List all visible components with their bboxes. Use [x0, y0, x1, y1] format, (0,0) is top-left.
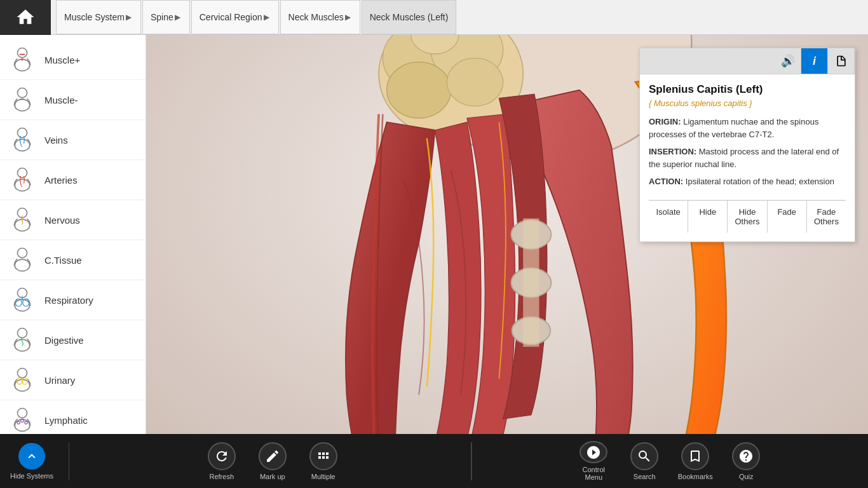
- sidebar-label-respiratory: Respiratory: [44, 295, 93, 306]
- sidebar-item-urinary[interactable]: Urinary: [0, 360, 146, 400]
- refresh-button[interactable]: Refresh: [199, 437, 245, 485]
- sidebar-label-urinary: Urinary: [44, 375, 75, 386]
- refresh-icon: [208, 442, 236, 470]
- search-button[interactable]: Search: [621, 437, 667, 485]
- sidebar-label-veins: Veins: [44, 135, 68, 146]
- sound-button[interactable]: 🔊: [775, 48, 801, 74]
- sidebar-label-muscle-plus: Muscle+: [44, 55, 80, 65]
- nervous-icon: [9, 207, 36, 233]
- control-menu-button[interactable]: Control Menu: [571, 437, 616, 485]
- svg-point-7: [17, 128, 27, 138]
- bottom-toolbar: Hide Systems Refresh Mark up: [0, 434, 868, 488]
- svg-rect-2: [20, 54, 25, 55]
- multiple-icon: [309, 442, 337, 470]
- hide-systems-icon: [18, 443, 45, 470]
- sidebar-label-muscle-minus: Muscle-: [44, 95, 78, 105]
- hide-systems-button[interactable]: Hide Systems: [0, 434, 64, 488]
- muscle-minus-icon: −: [9, 86, 36, 113]
- sidebar-label-nervous: Nervous: [44, 215, 80, 226]
- sidebar-label-digestive: Digestive: [44, 335, 84, 346]
- sidebar-item-lymphatic[interactable]: Lymphatic: [0, 400, 146, 434]
- action-row: ACTION: Ipsilateral rotation of the head…: [649, 175, 846, 188]
- info-panel: 🔊 i Splenius Capitis (Left) { Musculus s…: [639, 48, 855, 242]
- home-button[interactable]: [0, 0, 51, 35]
- ctissue-icon: [9, 247, 36, 273]
- primary-toolbar-group: Refresh Mark up Multiple: [74, 437, 471, 485]
- breadcrumb-arrow: ▶: [126, 13, 132, 22]
- home-icon: [15, 7, 36, 27]
- svg-point-27: [15, 419, 30, 431]
- breadcrumb: Muscle System ▶ Spine ▶ Cervical Region …: [51, 0, 458, 34]
- insertion-label: INSERTION:: [649, 147, 696, 156]
- breadcrumb-cervical-region[interactable]: Cervical Region ▶: [191, 0, 279, 34]
- muscle-info-section: ORIGIN: Ligamentum nuchae and the spinou…: [649, 116, 846, 200]
- fade-others-button[interactable]: Fade Others: [807, 201, 846, 233]
- quiz-label: Quiz: [739, 473, 754, 480]
- svg-point-14: [15, 259, 30, 271]
- quiz-button[interactable]: Quiz: [723, 437, 769, 485]
- breadcrumb-arrow: ▶: [264, 13, 269, 22]
- svg-point-16: [15, 299, 30, 311]
- isolate-button[interactable]: Isolate: [649, 201, 688, 233]
- svg-point-13: [17, 248, 27, 258]
- search-label: Search: [634, 473, 656, 480]
- markup-icon: [259, 442, 287, 470]
- control-menu-icon: [580, 441, 607, 463]
- breadcrumb-muscle-system[interactable]: Muscle System ▶: [56, 0, 141, 34]
- sidebar-item-veins[interactable]: Veins: [0, 120, 146, 160]
- svg-point-36: [387, 62, 451, 118]
- svg-point-22: [17, 369, 27, 378]
- info-actions: Isolate Hide Hide Others Fade Fade Other…: [649, 200, 846, 233]
- sidebar-label-lymphatic: Lymphatic: [44, 415, 88, 426]
- action-text: Ipsilateral rotation of the head; extens…: [686, 177, 834, 186]
- sidebar-label-ctissue: C.Tissue: [44, 255, 82, 266]
- lymphatic-icon: [9, 407, 36, 433]
- main-area: + Muscle+ − Muscle- Veins: [0, 35, 868, 434]
- toolbar-divider-1: [69, 442, 69, 480]
- breadcrumb-neck-muscles[interactable]: Neck Muscles ▶: [280, 0, 360, 34]
- markup-label: Mark up: [260, 473, 285, 480]
- search-icon: [630, 442, 658, 470]
- sidebar-item-muscle-minus[interactable]: − Muscle-: [0, 80, 146, 120]
- breadcrumb-neck-muscles-left[interactable]: Neck Muscles (Left): [362, 0, 457, 34]
- svg-text:−: −: [20, 95, 25, 103]
- info-panel-body: Splenius Capitis (Left) { Musculus splen…: [640, 74, 855, 241]
- muscle-latin: { Musculus splenius capitis }: [649, 98, 846, 108]
- svg-text:+: +: [21, 57, 24, 63]
- notes-button[interactable]: [828, 48, 855, 74]
- breadcrumb-spine[interactable]: Spine ▶: [142, 0, 190, 34]
- svg-point-10: [15, 179, 30, 191]
- sidebar-item-respiratory[interactable]: Respiratory: [0, 280, 146, 320]
- header: Muscle System ▶ Spine ▶ Cervical Region …: [0, 0, 868, 35]
- sidebar-item-muscle-plus[interactable]: + Muscle+: [0, 40, 146, 80]
- urinary-icon: [9, 367, 36, 393]
- bookmarks-icon: [681, 442, 709, 470]
- quiz-icon: [732, 442, 760, 470]
- sidebar-item-digestive[interactable]: Digestive: [0, 320, 146, 360]
- info-button[interactable]: i: [801, 48, 828, 74]
- fade-button[interactable]: Fade: [768, 201, 807, 233]
- anatomy-viewport[interactable]: 🔊 i Splenius Capitis (Left) { Musculus s…: [146, 35, 868, 434]
- hide-others-button[interactable]: Hide Others: [728, 201, 767, 233]
- multiple-button[interactable]: Multiple: [301, 437, 346, 485]
- refresh-label: Refresh: [209, 473, 234, 480]
- multiple-label: Multiple: [311, 473, 336, 480]
- bookmarks-button[interactable]: Bookmarks: [672, 437, 718, 485]
- breadcrumb-arrow: ▶: [175, 13, 180, 22]
- sidebar-item-nervous[interactable]: Nervous: [0, 200, 146, 240]
- sidebar-label-arteries: Arteries: [44, 175, 78, 186]
- muscle-title: Splenius Capitis (Left): [649, 83, 846, 96]
- left-sidebar: + Muscle+ − Muscle- Veins: [0, 35, 146, 434]
- arteries-icon: [9, 166, 36, 193]
- notes-icon: [835, 55, 848, 67]
- markup-button[interactable]: Mark up: [250, 437, 295, 485]
- hide-button[interactable]: Hide: [688, 201, 728, 233]
- svg-point-30: [25, 421, 27, 424]
- sidebar-item-arteries[interactable]: Arteries: [0, 160, 146, 200]
- respiratory-icon: [9, 287, 36, 313]
- digestive-icon: [9, 327, 36, 353]
- control-menu-label: Control Menu: [574, 466, 613, 481]
- sidebar-item-ctissue[interactable]: C.Tissue: [0, 240, 146, 280]
- bookmarks-label: Bookmarks: [678, 473, 713, 480]
- breadcrumb-arrow: ▶: [345, 13, 351, 22]
